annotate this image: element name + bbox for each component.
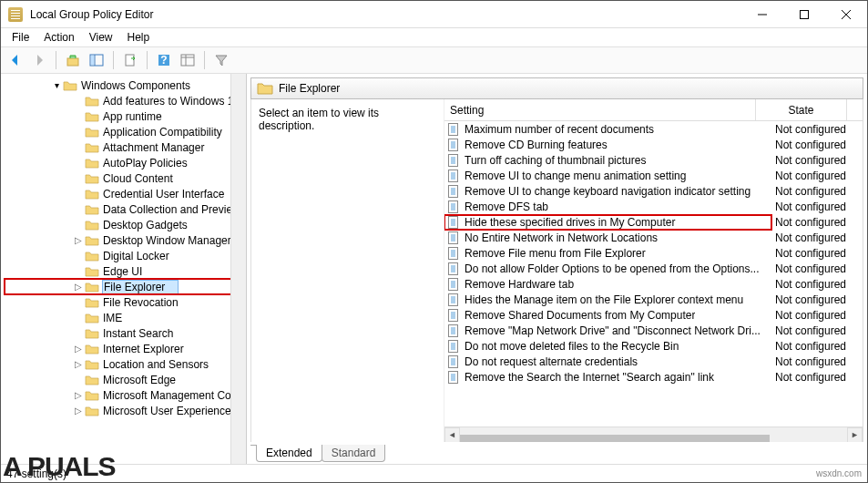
tree-node[interactable]: Attachment Manager [5,139,246,155]
setting-row[interactable]: Remove UI to change menu animation setti… [444,168,863,183]
settings-rows[interactable]: Maximum number of recent documentsNot co… [444,121,863,426]
toolbar: ? [1,46,867,74]
setting-row[interactable]: Remove Shared Documents from My Computer… [444,307,863,323]
options-button[interactable] [177,50,199,70]
forward-button[interactable] [28,50,50,70]
policy-icon [446,293,461,307]
tree-node[interactable]: Digital Locker [5,248,246,263]
setting-row[interactable]: Do not allow Folder Options to be opened… [444,261,863,276]
tree-node-label: AutoPlay Policies [103,157,188,170]
setting-row[interactable]: Remove Hardware tabNot configured [444,276,863,292]
tree-node[interactable]: Desktop Gadgets [5,217,246,232]
tree-node[interactable]: File Revocation [5,294,246,310]
setting-row[interactable]: Hide these specified drives in My Comput… [444,214,863,230]
svg-rect-4 [67,58,78,66]
tree-node[interactable]: Credential User Interface [5,186,246,201]
policy-icon [446,215,461,230]
tab-standard[interactable]: Standard [322,445,386,462]
export-button[interactable] [119,50,141,70]
menu-action[interactable]: Action [36,29,81,46]
tree-pane[interactable]: ▾Windows ComponentsAdd features to Windo… [1,74,247,464]
setting-row[interactable]: Hides the Manage item on the File Explor… [444,292,863,307]
tree-node[interactable]: ▷Microsoft User Experience V [5,403,246,418]
tree-node-label: File Revocation [103,296,179,309]
menu-file[interactable]: File [5,29,36,46]
tree-node[interactable]: Cloud Content [5,170,246,186]
tab-extended[interactable]: Extended [256,445,322,462]
folder-icon [85,359,99,370]
setting-row[interactable]: Turn off caching of thumbnail picturesNo… [444,152,863,168]
tree-node[interactable]: Add features to Windows 10 [5,93,246,108]
setting-state: Not configured [771,231,863,244]
tree-node-label: File Explorer [103,281,178,293]
setting-row[interactable]: Maximum number of recent documentsNot co… [444,121,863,137]
policy-icon [446,277,461,292]
folder-icon [85,251,99,262]
setting-row[interactable]: Remove UI to change keyboard navigation … [444,183,863,199]
tree-node[interactable]: Instant Search [5,325,246,341]
filter-button[interactable] [210,50,232,70]
menu-help[interactable]: Help [120,29,158,46]
tree-node[interactable]: ▷Desktop Window Manager [5,232,246,248]
tree-node-label: Instant Search [103,327,173,340]
horizontal-scrollbar[interactable]: ◄ ► [444,426,863,442]
policy-icon [446,308,461,323]
policy-icon [446,231,461,245]
column-setting[interactable]: Setting [444,99,756,120]
setting-name: Maximum number of recent documents [465,123,654,136]
up-button[interactable] [62,50,84,70]
tree-node[interactable]: Microsoft Edge [5,372,246,387]
setting-row[interactable]: Remove File menu from File ExplorerNot c… [444,245,863,261]
setting-name: Remove DFS tab [465,200,548,213]
setting-name: No Entire Network in Network Locations [465,231,658,244]
tree-node[interactable]: ▷Internet Explorer [5,341,246,356]
tree-node[interactable]: Application Compatibility [5,124,246,139]
minimize-button[interactable] [741,1,783,28]
setting-state: Not configured [771,355,863,368]
setting-row[interactable]: Remove the Search the Internet "Search a… [444,369,863,385]
tree-node-root[interactable]: ▾Windows Components [5,77,246,93]
svg-rect-1 [801,10,809,18]
setting-name: Hide these specified drives in My Comput… [465,216,702,229]
setting-row[interactable]: Remove DFS tabNot configured [444,199,863,214]
tree-node-label: Add features to Windows 10 [103,95,240,108]
show-hide-tree-button[interactable] [86,50,107,70]
scroll-right-button[interactable]: ► [847,427,863,443]
setting-state: Not configured [771,262,863,275]
setting-row[interactable]: Do not move deleted files to the Recycle… [444,338,863,354]
svg-rect-84 [449,340,458,352]
svg-rect-69 [449,293,458,305]
svg-rect-19 [449,139,458,150]
folder-icon [85,127,99,138]
svg-text:?: ? [160,54,167,67]
policy-icon [446,153,461,168]
folder-icon [85,220,99,231]
close-button[interactable] [825,1,867,28]
column-headers: Setting State [444,99,863,121]
window-title: Local Group Policy Editor [30,8,741,21]
folder-icon [85,375,99,385]
tree-node-label: Application Compatibility [103,126,222,139]
maximize-button[interactable] [783,1,825,28]
help-button[interactable]: ? [153,50,175,70]
setting-row[interactable]: Do not request alternate credentialsNot … [444,354,863,369]
setting-row[interactable]: Remove CD Burning featuresNot configured [444,137,863,152]
tree-node[interactable]: Data Collection and Preview [5,201,246,217]
back-button[interactable] [5,50,26,70]
policy-icon [446,122,461,137]
scroll-thumb[interactable] [460,435,770,442]
setting-row[interactable]: No Entire Network in Network LocationsNo… [444,230,863,245]
tree-node[interactable]: App runtime [5,108,246,124]
setting-row[interactable]: Remove "Map Network Drive" and "Disconne… [444,323,863,338]
scroll-left-button[interactable]: ◄ [444,427,460,443]
tree-node[interactable]: IME [5,310,246,325]
tree-node[interactable]: ▷File Explorer [5,279,246,294]
tree-node-label: Cloud Content [103,172,173,185]
menu-view[interactable]: View [82,29,120,46]
tree-node[interactable]: ▷Microsoft Management Console [5,387,246,403]
tree-node[interactable]: ▷Location and Sensors [5,356,246,372]
tree-node[interactable]: Edge UI [5,263,246,279]
tree-node[interactable]: AutoPlay Policies [5,155,246,170]
policy-icon [446,339,461,354]
column-state[interactable]: State [756,99,847,120]
